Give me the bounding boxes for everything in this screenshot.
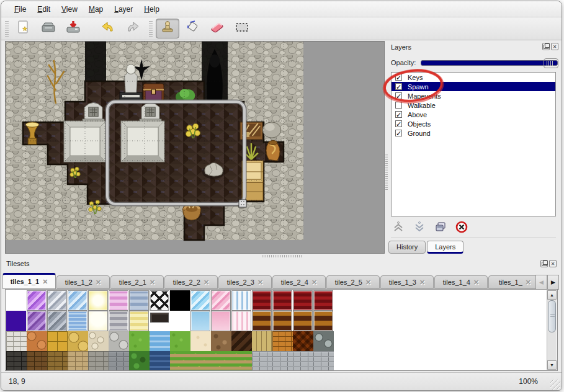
tile-brick-gray[interactable] xyxy=(272,351,293,371)
tile-stone-gold[interactable] xyxy=(68,331,88,351)
move-layer-down-button[interactable] xyxy=(412,221,427,236)
layer-row-above[interactable]: ✓Above xyxy=(392,110,555,119)
tile-water-blue[interactable] xyxy=(150,331,170,351)
tile-hedge[interactable] xyxy=(129,351,150,371)
tile-path-flowers[interactable] xyxy=(190,351,211,371)
menu-help[interactable]: Help xyxy=(138,3,165,16)
tile-path-flowers[interactable] xyxy=(231,351,252,371)
tile-crystal-silver-dk[interactable] xyxy=(47,311,68,331)
tile-stripes-gray[interactable] xyxy=(109,311,129,331)
layer-row-mapevents[interactable]: ✓Mapevents xyxy=(392,91,555,100)
panel-tab-layers[interactable]: Layers xyxy=(427,241,463,254)
tileset-tab-tiles_2_5[interactable]: tiles_2_5✕ xyxy=(326,275,380,289)
layer-visibility-checkbox[interactable]: ✓ xyxy=(395,130,402,136)
layer-visibility-checkbox[interactable]: ✓ xyxy=(395,92,402,99)
menu-layer[interactable]: Layer xyxy=(109,3,138,16)
tile-water-dark[interactable] xyxy=(150,351,170,371)
tile-brick-gray[interactable] xyxy=(313,351,334,371)
tile-crystal-silver[interactable] xyxy=(47,290,68,311)
map-canvas[interactable] xyxy=(5,41,385,254)
tile-carpet-red[interactable] xyxy=(313,290,334,311)
tile-crystal-pink[interactable] xyxy=(211,290,231,311)
tile-wood-stripes[interactable] xyxy=(252,311,272,331)
open-map-button[interactable] xyxy=(37,19,60,38)
stamp-tool-button[interactable] xyxy=(156,19,179,38)
tile-wall-brown[interactable] xyxy=(27,351,47,371)
tile-carpet-red[interactable] xyxy=(293,290,313,311)
fill-tool-button[interactable] xyxy=(181,19,204,38)
tab-close-icon[interactable]: ✕ xyxy=(311,278,317,287)
tile-wall-tanstone[interactable] xyxy=(68,351,88,371)
close-panel-icon[interactable]: ✕ xyxy=(551,43,558,50)
tileset-view[interactable]: ▲ ▼ xyxy=(5,289,558,371)
save-map-button[interactable] xyxy=(61,19,85,38)
tileset-tab-tiles_2_2[interactable]: tiles_2_2✕ xyxy=(164,275,218,289)
undo-button[interactable] xyxy=(96,19,120,38)
tile-stone-white[interactable] xyxy=(6,331,27,351)
tile-crystal-purple[interactable] xyxy=(27,290,47,311)
duplicate-layer-button[interactable] xyxy=(433,221,448,236)
tile-stripes-pink[interactable] xyxy=(109,290,129,311)
redo-button[interactable] xyxy=(121,19,145,38)
tile-crystal-purple-dk[interactable] xyxy=(27,311,47,331)
move-layer-up-button[interactable] xyxy=(391,221,406,236)
tile-water-anim[interactable] xyxy=(68,311,88,331)
tab-close-icon[interactable]: ✕ xyxy=(526,278,531,287)
tile-sand[interactable] xyxy=(190,331,211,351)
delete-layer-button[interactable] xyxy=(454,221,469,236)
layer-visibility-checkbox[interactable] xyxy=(395,102,402,109)
tile-crystal-blue[interactable] xyxy=(68,290,88,311)
tileset-tab-tiles_1_1[interactable]: tiles_1_1✕ xyxy=(2,273,56,289)
tab-close-icon[interactable]: ✕ xyxy=(419,278,425,287)
tile-pebble-pale[interactable] xyxy=(88,331,109,351)
tile-crystal-sky-dk[interactable] xyxy=(190,311,211,331)
tab-close-icon[interactable]: ✕ xyxy=(473,278,479,287)
tile-curtain-pink[interactable] xyxy=(231,311,252,331)
layer-row-walkable[interactable]: Walkable xyxy=(392,100,555,110)
layer-row-ground[interactable]: ✓Ground xyxy=(392,128,555,138)
scroll-up-icon[interactable]: ▲ xyxy=(547,290,557,300)
panel-tab-history[interactable]: History xyxy=(388,241,426,254)
toolbar-drag-handle[interactable] xyxy=(89,20,93,37)
tile-black[interactable] xyxy=(170,290,190,311)
menu-file[interactable]: File xyxy=(9,3,32,16)
layer-visibility-checkbox[interactable]: ✓ xyxy=(395,111,402,118)
tab-close-icon[interactable]: ✕ xyxy=(96,278,101,287)
tile-carpet-red[interactable] xyxy=(252,290,272,311)
menu-map[interactable]: Map xyxy=(83,3,109,16)
tile-herringbone[interactable] xyxy=(293,331,313,351)
tile-planks-vert[interactable] xyxy=(252,331,272,351)
tab-close-icon[interactable]: ✕ xyxy=(365,278,371,287)
resize-grip[interactable] xyxy=(550,380,560,390)
tileset-tab-tiles_1_4[interactable]: tiles_1_4✕ xyxy=(434,275,488,289)
layer-row-objects[interactable]: ✓Objects xyxy=(392,119,555,128)
tile-stripes-yellow[interactable] xyxy=(129,311,150,331)
tile-grass[interactable] xyxy=(129,331,150,351)
tile-crystal-pink-dk[interactable] xyxy=(211,311,231,331)
toolbar-drag-handle[interactable] xyxy=(5,20,9,37)
menu-edit[interactable]: Edit xyxy=(32,3,56,16)
tileset-tab-tiles_1_2[interactable]: tiles_1_2✕ xyxy=(56,275,110,289)
opacity-slider[interactable] xyxy=(421,60,558,66)
tile-glow-yellow[interactable] xyxy=(88,290,109,311)
tile-grass[interactable] xyxy=(170,331,190,351)
tile-indigo[interactable] xyxy=(6,311,27,331)
new-map-button[interactable] xyxy=(12,19,35,38)
tile-path-flowers[interactable] xyxy=(211,351,231,371)
float-panel-icon[interactable] xyxy=(542,43,550,50)
tile-path-flowers[interactable] xyxy=(170,351,190,371)
tile-planks-dark[interactable] xyxy=(231,331,252,351)
tile-sign[interactable] xyxy=(150,311,170,331)
tile-crystal-sky[interactable] xyxy=(190,290,211,311)
tab-close-icon[interactable]: ✕ xyxy=(42,278,48,286)
float-panel-icon[interactable] xyxy=(540,260,548,267)
tab-scroll-left-icon[interactable]: ◀ xyxy=(535,275,547,290)
tile-empty[interactable] xyxy=(170,311,190,331)
select-tool-button[interactable] xyxy=(230,19,254,38)
layer-visibility-checkbox[interactable]: ✓ xyxy=(395,120,402,127)
tile-brick-gray[interactable] xyxy=(252,351,272,371)
tile-dirt[interactable] xyxy=(211,331,231,351)
tab-close-icon[interactable]: ✕ xyxy=(150,278,155,287)
eraser-tool-button[interactable] xyxy=(205,19,229,38)
tileset-tab-tiles_1_3[interactable]: tiles_1_3✕ xyxy=(380,275,434,289)
